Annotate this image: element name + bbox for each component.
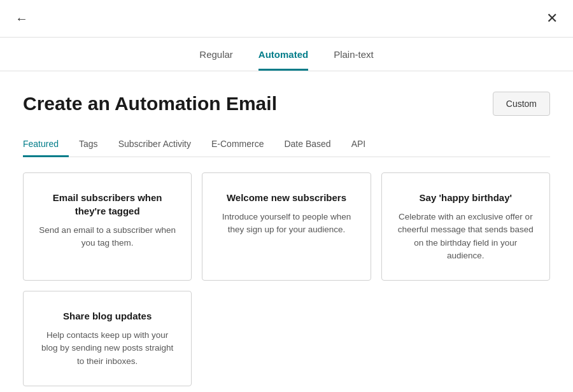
header-row: Create an Automation Email Custom (23, 92, 550, 116)
top-bar: ← ✕ (0, 0, 573, 38)
category-tabs: Featured Tags Subscriber Activity E-Comm… (23, 134, 550, 157)
cat-tab-ecommerce[interactable]: E-Commerce (201, 134, 274, 157)
page-title: Create an Automation Email (23, 93, 277, 115)
cat-tab-api[interactable]: API (341, 134, 376, 157)
card-birthday-title: Say 'happy birthday' (397, 191, 534, 204)
card-tagged[interactable]: Email subscribers when they're tagged Se… (23, 172, 192, 281)
card-birthday-desc: Celebrate with an exclusive offer or che… (397, 211, 534, 262)
tab-plain-text[interactable]: Plain-text (334, 49, 374, 71)
card-tagged-title: Email subscribers when they're tagged (39, 191, 176, 218)
custom-button[interactable]: Custom (493, 92, 550, 116)
cat-tab-subscriber-activity[interactable]: Subscriber Activity (108, 134, 201, 157)
cat-tab-tags[interactable]: Tags (69, 134, 108, 157)
close-button[interactable]: ✕ (546, 11, 558, 25)
card-welcome-desc: Introduce yourself to people when they s… (218, 211, 355, 237)
cat-tab-featured[interactable]: Featured (23, 134, 69, 157)
back-button[interactable]: ← (15, 12, 28, 25)
tab-regular[interactable]: Regular (199, 49, 233, 71)
main-content: Create an Automation Email Custom Featur… (0, 71, 573, 392)
cards-row-1: Email subscribers when they're tagged Se… (23, 172, 550, 281)
card-birthday[interactable]: Say 'happy birthday' Celebrate with an e… (381, 172, 550, 281)
card-blog-desc: Help contacts keep up with your blog by … (39, 329, 176, 368)
cat-tab-date-based[interactable]: Date Based (274, 134, 341, 157)
cards-row-2: Share blog updates Help contacts keep up… (23, 291, 550, 386)
card-welcome-title: Welcome new subscribers (218, 191, 355, 204)
card-tagged-desc: Send an email to a subscriber when you t… (39, 224, 176, 250)
tab-automated[interactable]: Automated (258, 49, 308, 71)
card-blog[interactable]: Share blog updates Help contacts keep up… (23, 291, 192, 386)
card-welcome[interactable]: Welcome new subscribers Introduce yourse… (202, 172, 371, 281)
card-blog-title: Share blog updates (39, 309, 176, 323)
type-tabs-container: Regular Automated Plain-text (0, 38, 573, 71)
